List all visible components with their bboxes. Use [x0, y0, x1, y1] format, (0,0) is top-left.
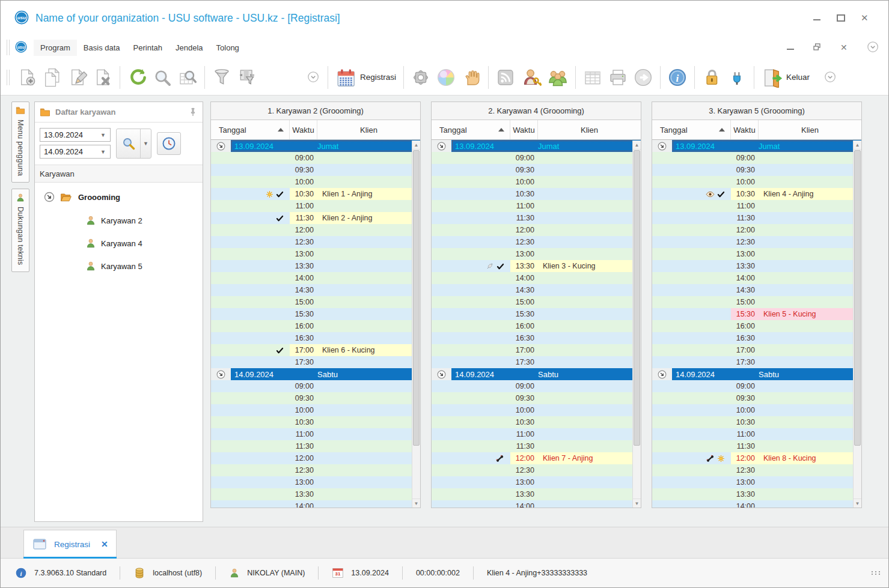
time-slot-row[interactable]: 14:30	[432, 284, 641, 296]
time-slot-row[interactable]: 10:30	[432, 416, 641, 428]
expand-icon[interactable]	[436, 369, 447, 380]
date-row[interactable]: 13.09.2024Jumat	[432, 140, 641, 152]
time-slot-row[interactable]: 14:00	[432, 500, 641, 508]
appointment-row[interactable]: 13:30Klien 3 - Kucing	[432, 260, 641, 272]
time-slot-row[interactable]: 12:00	[211, 224, 420, 236]
lock-button[interactable]	[699, 65, 724, 89]
date-cell[interactable]: 13.09.2024Jumat	[451, 140, 641, 152]
date-from-input[interactable]: 13.09.2024▼	[40, 128, 111, 142]
vertical-scrollbar[interactable]: ▲▼	[853, 141, 861, 508]
time-slot-row[interactable]: 11:30	[652, 212, 861, 224]
mdi-overflow-icon[interactable]	[867, 41, 880, 54]
time-slot-row[interactable]: 13:00	[211, 248, 420, 260]
time-slot-row[interactable]: 13:00	[211, 476, 420, 488]
time-slot-row[interactable]: 15:30	[211, 308, 420, 320]
go-next-button[interactable]	[631, 65, 656, 89]
time-slot-row[interactable]: 12:30	[432, 236, 641, 248]
menu-program[interactable]: Program	[34, 40, 77, 56]
appointment-row[interactable]: 10:30Klien 1 - Anjing	[211, 188, 420, 200]
time-slot-row[interactable]: 09:30	[432, 164, 641, 176]
time-slot-row[interactable]: 11:00	[652, 200, 861, 212]
scrollbar-thumb[interactable]	[634, 150, 640, 446]
time-slot-row[interactable]: 10:00	[652, 176, 861, 188]
refresh-button[interactable]	[124, 65, 150, 89]
expand-icon[interactable]	[43, 191, 55, 203]
tree-item-karyawan-2[interactable]: Karyawan 2	[85, 215, 203, 226]
column-header-waktu[interactable]: Waktu	[731, 120, 759, 139]
date-to-input[interactable]: 14.09.2024▼	[40, 145, 111, 159]
time-slot-row[interactable]: 15:30	[432, 308, 641, 320]
time-slot-row[interactable]: 16:00	[652, 320, 861, 332]
tree-group-groooming[interactable]: Groooming	[43, 191, 203, 203]
chevron-down-icon[interactable]: ▼	[100, 132, 106, 138]
chevron-down-icon[interactable]: ▼	[141, 129, 151, 158]
column-header-klien[interactable]: Klien	[538, 120, 641, 139]
time-slot-row[interactable]: 16:30	[211, 332, 420, 344]
time-slot-row[interactable]: 10:00	[211, 404, 420, 416]
time-slot-row[interactable]: 13:30	[432, 488, 641, 500]
pin-icon[interactable]	[188, 108, 198, 117]
overflow-button[interactable]	[304, 68, 323, 86]
edit-document-button[interactable]	[65, 65, 90, 89]
tree-item-karyawan-4[interactable]: Karyawan 4	[85, 238, 203, 249]
time-slot-row[interactable]: 11:00	[652, 428, 861, 440]
time-slot-row[interactable]: 13:30	[652, 260, 861, 272]
time-slot-row[interactable]: 09:00	[211, 152, 420, 164]
time-slot-row[interactable]: 09:30	[432, 392, 641, 404]
overflow-button[interactable]	[821, 68, 840, 86]
time-slot-row[interactable]: 15:00	[652, 296, 861, 308]
appointment-row[interactable]: 12:00Klien 8 - Kucing	[652, 452, 861, 464]
mdi-minimize-button[interactable]	[786, 44, 795, 51]
scroll-up-icon[interactable]: ▲	[633, 141, 641, 150]
time-slot-row[interactable]: 12:30	[211, 236, 420, 248]
column-header-tanggal[interactable]: Tanggal	[652, 120, 731, 139]
users-button[interactable]	[545, 65, 571, 90]
expand-icon[interactable]	[657, 369, 667, 380]
info-button[interactable]: i	[665, 65, 690, 89]
expand-icon[interactable]	[436, 141, 447, 151]
search-table-button[interactable]	[175, 65, 200, 89]
time-slot-row[interactable]: 14:30	[211, 284, 420, 296]
time-slot-row[interactable]: 11:00	[432, 200, 641, 212]
time-slot-row[interactable]: 17:30	[652, 356, 861, 368]
time-slot-row[interactable]: 11:30	[652, 440, 861, 452]
column-header-klien[interactable]: Klien	[759, 120, 861, 139]
info-status-icon[interactable]: i	[15, 567, 27, 579]
calendar-button[interactable]: Registrasi	[332, 65, 399, 90]
time-slot-row[interactable]: 11:30	[211, 440, 420, 452]
time-slot-row[interactable]: 09:30	[211, 392, 420, 404]
time-slot-row[interactable]: 12:30	[652, 236, 861, 248]
time-slot-row[interactable]: 10:30	[652, 416, 861, 428]
time-slot-row[interactable]: 13:30	[211, 260, 420, 272]
date-cell[interactable]: 14.09.2024Sabtu	[451, 368, 641, 380]
time-slot-row[interactable]: 11:00	[432, 428, 641, 440]
scrollbar-thumb[interactable]	[413, 150, 420, 446]
time-slot-row[interactable]: 16:30	[652, 332, 861, 344]
scroll-down-icon[interactable]: ▼	[412, 499, 420, 508]
time-slot-row[interactable]: 17:00	[432, 344, 641, 356]
time-slot-row[interactable]: 14:30	[652, 284, 861, 296]
date-row[interactable]: 14.09.2024Sabtu	[211, 368, 420, 380]
time-slot-row[interactable]: 14:00	[652, 500, 861, 508]
toolbar-drag-handle[interactable]	[7, 70, 10, 85]
resize-grip[interactable]	[872, 571, 881, 575]
time-slot-row[interactable]: 10:30	[211, 416, 420, 428]
appointment-row[interactable]: 15:30Klien 5 - Kucing	[652, 308, 861, 320]
time-slot-row[interactable]: 16:00	[432, 320, 641, 332]
time-slot-row[interactable]: 14:00	[432, 272, 641, 284]
time-slot-row[interactable]: 15:00	[211, 296, 420, 308]
time-slot-row[interactable]: 09:00	[211, 380, 420, 392]
time-slot-row[interactable]: 12:30	[652, 464, 861, 476]
time-slot-row[interactable]: 10:30	[432, 188, 641, 200]
rss-button[interactable]	[493, 65, 518, 89]
scroll-down-icon[interactable]: ▼	[633, 499, 641, 508]
scroll-up-icon[interactable]: ▲	[412, 141, 420, 150]
time-slot-row[interactable]: 12:30	[211, 464, 420, 476]
search-button[interactable]: ▼	[116, 129, 151, 159]
appointment-row[interactable]: 12:00Klien 7 - Anjing	[432, 452, 641, 464]
side-tab-dukungan-teknis[interactable]: Dukungan teknis	[11, 189, 29, 272]
plug-button[interactable]	[724, 65, 750, 89]
scroll-down-icon[interactable]: ▼	[854, 499, 861, 508]
exit-door-button[interactable]: Keluar	[759, 65, 813, 90]
appointment-row[interactable]: 11:30Klien 2 - Anjing	[211, 212, 420, 224]
